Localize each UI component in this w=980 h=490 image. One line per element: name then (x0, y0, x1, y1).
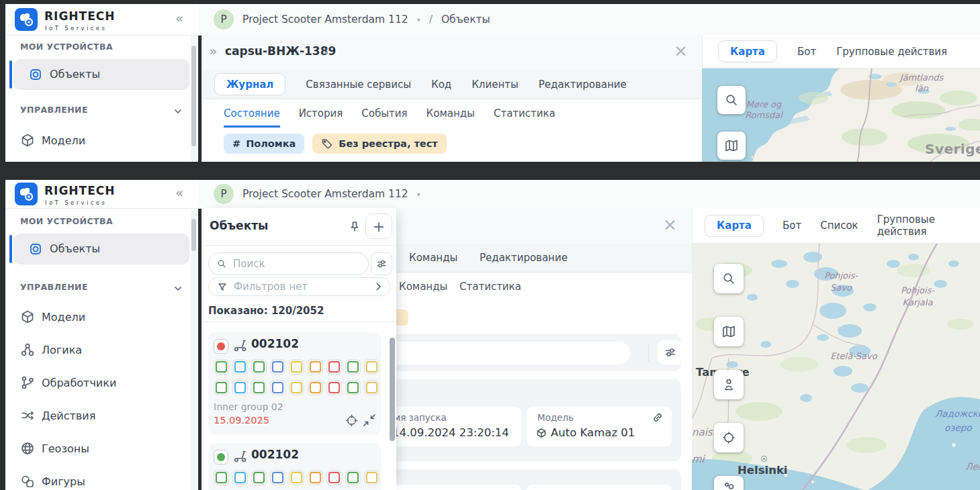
map-streetview-button[interactable] (714, 370, 744, 399)
sidebar-item-models[interactable]: Модели (42, 311, 85, 324)
collapse-card-icon[interactable] (363, 413, 376, 430)
tab-journal[interactable]: Журнал (214, 73, 285, 95)
panel-expand-icon[interactable]: » (209, 43, 217, 59)
status-tile (270, 470, 285, 485)
status-tile-row (214, 359, 380, 375)
map-label-region: Jämtlands (900, 72, 943, 83)
device-title-caret-icon[interactable]: ▾ (324, 49, 328, 56)
project-name[interactable]: Project Scooter Amsterdam 112 (242, 13, 408, 26)
brand-subtitle: IoT Services (45, 199, 107, 206)
tab-clients[interactable]: Клиенты (472, 79, 519, 91)
scooter-icon (232, 338, 249, 356)
status-tile-row (214, 470, 380, 485)
map-canvas-top[interactable]: Jämtlands län Møre og Romsdal Sverige (702, 68, 980, 162)
sidebar-item-figures[interactable]: Фигуры (42, 475, 85, 488)
crosshair-icon[interactable] (345, 413, 359, 430)
device-panel-top: » capsu-ВНЖ-1389 ▾ × Журнал Связанные се… (202, 35, 703, 162)
tab-map[interactable]: Карта (718, 40, 777, 62)
status-indicator (214, 339, 228, 354)
tag-breakdown[interactable]: # Поломка (224, 134, 304, 154)
search-settings-button[interactable] (371, 252, 392, 275)
field-launch-time[interactable]: мя запуска 14.09.2024 23:20:14 (381, 407, 521, 446)
map-search-button[interactable] (717, 86, 746, 114)
tab-linked-services[interactable]: Связанные сервисы (306, 79, 411, 91)
device-title[interactable]: capsu-ВНЖ-1389 (225, 44, 336, 58)
objects-scrollbar[interactable] (390, 338, 395, 441)
project-avatar[interactable]: P (214, 184, 234, 204)
project-caret-icon[interactable]: ▾ (417, 191, 420, 198)
close-icon[interactable]: × (674, 41, 688, 60)
search-field[interactable] (208, 252, 369, 275)
status-tile (308, 470, 323, 485)
map-label-region: Savo (830, 283, 852, 293)
sidebar-item-models[interactable]: Модели (42, 134, 85, 147)
map-search-button[interactable] (714, 264, 744, 293)
sidebar-item-objects[interactable]: Объекты (13, 59, 189, 90)
breadcrumb-top: P Project Scooter Amsterdam 112 ▾ / Объе… (198, 4, 980, 36)
status-tile (289, 380, 304, 395)
tab-map[interactable]: Карта (705, 215, 764, 237)
device-card[interactable]: 002102 Inner group 02 15.09.2025 (208, 332, 381, 435)
tag-no-registry[interactable]: Без реестра, тест (312, 134, 446, 154)
status-tile (251, 359, 267, 375)
subtab-commands[interactable]: Команды (427, 107, 475, 128)
add-object-button[interactable]: + (365, 213, 392, 239)
map-layers-button[interactable] (717, 132, 746, 160)
field-model[interactable]: Модель Auto Kamaz 01 (527, 407, 672, 446)
map-poi-button[interactable] (714, 476, 744, 490)
command-settings-button[interactable] (658, 340, 683, 364)
status-tile (308, 359, 323, 375)
sidebar-item-logic[interactable]: Логика (42, 344, 82, 356)
chevron-down-icon[interactable] (173, 283, 183, 295)
map-label-country: Sverige (925, 141, 980, 157)
person-pin-icon (721, 377, 736, 392)
tab-list[interactable]: Список (820, 219, 858, 232)
subtab-events[interactable]: События (361, 107, 407, 128)
tab-group-actions[interactable]: Групповые действия (836, 46, 947, 58)
project-caret-icon[interactable]: ▾ (417, 16, 420, 23)
map-layers-button[interactable] (714, 317, 744, 346)
map-canvas-bottom[interactable]: Pohjois- Savo Pohjois- Karjala Etelä-Sav… (692, 244, 980, 490)
map-locate-button[interactable] (714, 423, 744, 452)
sidebar-scrollbar[interactable] (191, 209, 197, 490)
close-icon[interactable]: × (663, 215, 677, 234)
tab-bot[interactable]: Бот (783, 219, 801, 232)
status-tile (251, 470, 267, 485)
sidebar-scrollbar[interactable] (191, 36, 197, 162)
subtab-commands[interactable]: Команды (399, 281, 447, 299)
sidebar-collapse-icon[interactable]: « (175, 10, 183, 26)
project-name[interactable]: Project Scooter Amsterdam 112 (242, 188, 408, 200)
tab-group-actions[interactable]: Групповые действия (877, 213, 980, 238)
tab-commands[interactable]: Команды (409, 252, 457, 264)
sidebar-item-handlers[interactable]: Обработчики (42, 377, 116, 389)
subtab-history[interactable]: История (299, 107, 343, 128)
sidebar-item-actions[interactable]: Действия (42, 409, 95, 422)
map-label-region: Romsdal (745, 110, 783, 120)
link-icon[interactable] (652, 411, 664, 426)
subtab-statistics[interactable]: Статистика (494, 107, 555, 128)
tab-bot[interactable]: Бот (797, 46, 816, 58)
tab-editing[interactable]: Редактирование (539, 79, 627, 91)
sidebar-item-geozones[interactable]: Геозоны (42, 442, 89, 455)
tab-editing[interactable]: Редактирование (480, 252, 568, 264)
section-management: УПРАВЛЕНИЕ (20, 105, 88, 115)
device-card[interactable]: 002102 (208, 443, 381, 490)
filter-pill[interactable]: Фильтров нет (208, 277, 391, 296)
locate-icon (721, 430, 736, 445)
subtab-state[interactable]: Состояние (224, 107, 280, 128)
map-label-cut: nais (692, 426, 713, 438)
status-tile (326, 470, 342, 485)
pin-icon[interactable] (348, 220, 361, 236)
project-avatar[interactable]: P (214, 9, 234, 30)
active-indicator (9, 60, 12, 89)
tab-code[interactable]: Код (431, 79, 451, 91)
sidebar-item-objects[interactable]: Объекты (13, 234, 189, 264)
sidebar-collapse-icon[interactable]: « (175, 185, 183, 201)
breadcrumb-bottom: P Project Scooter Amsterdam 112 ▾ (198, 180, 980, 209)
subtab-statistics[interactable]: Статистика (459, 281, 521, 299)
map-label-lake: озеро (944, 422, 972, 433)
search-input[interactable] (232, 257, 360, 271)
status-indicator (214, 450, 228, 464)
chevron-down-icon[interactable] (173, 105, 183, 118)
status-tile (289, 359, 304, 375)
